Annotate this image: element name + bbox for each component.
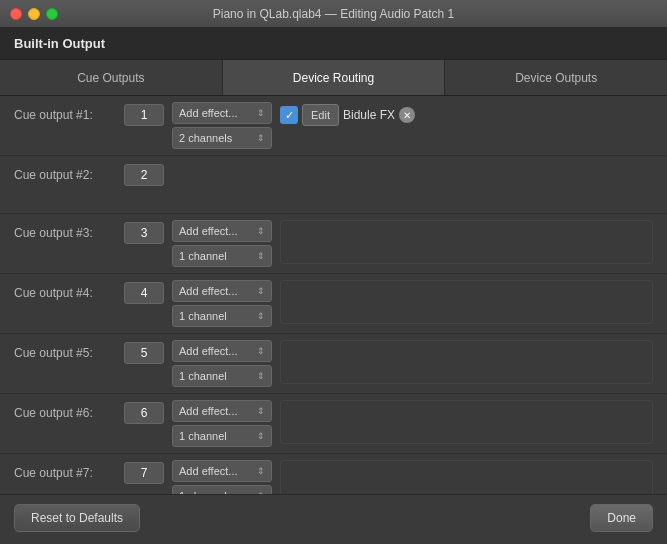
add-effect-dropdown-7[interactable]: Add effect... — [172, 460, 272, 482]
add-effect-dropdown-4[interactable]: Add effect... — [172, 280, 272, 302]
cue-controls-5: Add effect... 1 channel — [172, 340, 272, 387]
effect-empty-3 — [280, 220, 653, 264]
cue-row-7: Cue output #7: 7 Add effect... 1 channel — [0, 454, 667, 494]
cue-row-3: Cue output #3: 3 Add effect... 1 channel — [0, 214, 667, 274]
effect-area-3 — [280, 220, 653, 264]
close-button[interactable] — [10, 8, 22, 20]
cue-label-7: Cue output #7: — [14, 460, 124, 480]
cue-controls-6: Add effect... 1 channel — [172, 400, 272, 447]
tab-device-outputs[interactable]: Device Outputs — [445, 60, 667, 95]
cue-number-3[interactable]: 3 — [124, 222, 164, 244]
reset-to-defaults-button[interactable]: Reset to Defaults — [14, 504, 140, 532]
channel-dropdown-3[interactable]: 1 channel — [172, 245, 272, 267]
channel-dropdown-6[interactable]: 1 channel — [172, 425, 272, 447]
edit-button-1[interactable]: Edit — [302, 104, 339, 126]
effect-empty-6 — [280, 400, 653, 444]
cue-row-4: Cue output #4: 4 Add effect... 1 channel — [0, 274, 667, 334]
cue-row-2: Cue output #2: 2 — [0, 156, 667, 214]
output-label: Built-in Output — [14, 36, 105, 51]
effect-area-4 — [280, 280, 653, 324]
cue-controls-7: Add effect... 1 channel — [172, 460, 272, 494]
add-effect-dropdown-6[interactable]: Add effect... — [172, 400, 272, 422]
cue-row-6: Cue output #6: 6 Add effect... 1 channel — [0, 394, 667, 454]
output-bar: Built-in Output — [0, 28, 667, 60]
cue-label-6: Cue output #6: — [14, 400, 124, 420]
channel-dropdown-7[interactable]: 1 channel — [172, 485, 272, 494]
main-content: Cue output #1: 1 Add effect... 2 channel… — [0, 96, 667, 494]
minimize-button[interactable] — [28, 8, 40, 20]
cue-number-1[interactable]: 1 — [124, 104, 164, 126]
cue-row-1: Cue output #1: 1 Add effect... 2 channel… — [0, 96, 667, 156]
cue-label-5: Cue output #5: — [14, 340, 124, 360]
title-bar: Piano in QLab.qlab4 — Editing Audio Patc… — [0, 0, 667, 28]
cue-number-5[interactable]: 5 — [124, 342, 164, 364]
cue-number-6[interactable]: 6 — [124, 402, 164, 424]
effect-area-7 — [280, 460, 653, 494]
effect-empty-4 — [280, 280, 653, 324]
cue-row-5: Cue output #5: 5 Add effect... 1 channel — [0, 334, 667, 394]
cue-number-7[interactable]: 7 — [124, 462, 164, 484]
add-effect-dropdown-1[interactable]: Add effect... — [172, 102, 272, 124]
window-title: Piano in QLab.qlab4 — Editing Audio Patc… — [213, 7, 455, 21]
bidule-label-1: Bidule FX — [343, 108, 395, 122]
bidule-row-1: ✓ Edit Bidule FX ✕ — [280, 104, 653, 126]
cue-label-2: Cue output #2: — [14, 162, 124, 182]
cue-number-2[interactable]: 2 — [124, 164, 164, 186]
tab-cue-outputs[interactable]: Cue Outputs — [0, 60, 223, 95]
tabs-row: Cue Outputs Device Routing Device Output… — [0, 60, 667, 96]
cue-number-4[interactable]: 4 — [124, 282, 164, 304]
cue-label-3: Cue output #3: — [14, 220, 124, 240]
channel-dropdown-4[interactable]: 1 channel — [172, 305, 272, 327]
effect-area-1: ✓ Edit Bidule FX ✕ — [280, 102, 653, 126]
bottom-bar: Reset to Defaults Done — [0, 494, 667, 540]
channel-dropdown-5[interactable]: 1 channel — [172, 365, 272, 387]
effect-empty-7 — [280, 460, 653, 494]
add-effect-dropdown-5[interactable]: Add effect... — [172, 340, 272, 362]
add-effect-dropdown-3[interactable]: Add effect... — [172, 220, 272, 242]
bidule-close-1[interactable]: ✕ — [399, 107, 415, 123]
cue-controls-1: Add effect... 2 channels — [172, 102, 272, 149]
effect-area-6 — [280, 400, 653, 444]
rows-container: Cue output #1: 1 Add effect... 2 channel… — [0, 96, 667, 494]
effect-area-5 — [280, 340, 653, 384]
done-button[interactable]: Done — [590, 504, 653, 532]
cue-label-4: Cue output #4: — [14, 280, 124, 300]
tab-device-routing[interactable]: Device Routing — [223, 60, 446, 95]
cue-controls-3: Add effect... 1 channel — [172, 220, 272, 267]
cue-controls-4: Add effect... 1 channel — [172, 280, 272, 327]
cue-label-1: Cue output #1: — [14, 102, 124, 122]
traffic-lights — [10, 8, 58, 20]
maximize-button[interactable] — [46, 8, 58, 20]
channel-dropdown-1[interactable]: 2 channels — [172, 127, 272, 149]
bidule-check-1[interactable]: ✓ — [280, 106, 298, 124]
effect-empty-5 — [280, 340, 653, 384]
